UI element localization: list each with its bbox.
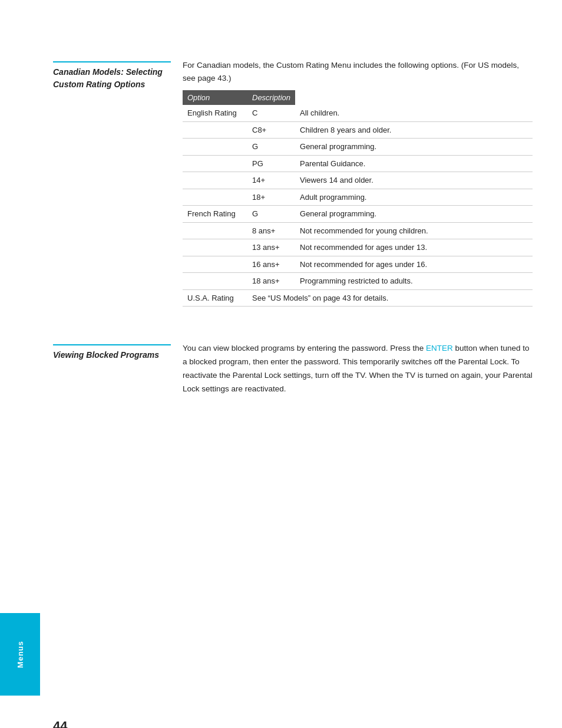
section2-body: You can view blocked programs by enterin… (183, 342, 533, 396)
table-cell-option (183, 222, 247, 239)
section1-right: For Canadian models, the Custom Rating M… (183, 59, 533, 307)
section-canadian-models: Canadian Models: Selecting Custom Rating… (53, 59, 533, 307)
table-row: 14+Viewers 14 and older. (183, 172, 533, 189)
rating-table: Option Description English RatingCAll ch… (183, 90, 533, 307)
section-viewing-blocked: Viewing Blocked Programs You can view bl… (53, 342, 533, 396)
body-text-part1: You can view blocked programs by enterin… (183, 344, 426, 353)
table-cell-option: U.S.A. Rating (183, 289, 247, 307)
side-tab: Menus (0, 613, 40, 696)
table-cell-sub: G (247, 206, 295, 223)
table-row: PGParental Guidance. (183, 155, 533, 172)
table-cell-sub: 14+ (247, 172, 295, 189)
section2-right: You can view blocked programs by enterin… (183, 342, 533, 396)
table-row: 18 ans+Programming restricted to adults. (183, 273, 533, 290)
table-cell-option (183, 155, 247, 172)
table-row: U.S.A. RatingSee “US Models” on page 43 … (183, 289, 533, 307)
table-row: 18+Adult programming. (183, 189, 533, 206)
table-cell-sub: C8+ (247, 121, 295, 139)
table-row: GGeneral programming. (183, 139, 533, 156)
main-content: Canadian Models: Selecting Custom Rating… (53, 59, 533, 396)
table-cell-option (183, 256, 247, 273)
section1-intro: For Canadian models, the Custom Rating M… (183, 59, 533, 84)
table-cell-desc: Programming restricted to adults. (295, 273, 533, 290)
table-cell-option (183, 121, 247, 139)
table-cell-sub: 13 ans+ (247, 239, 295, 256)
table-cell-sub: 16 ans+ (247, 256, 295, 273)
table-cell-desc: Not recommended for young children. (295, 222, 533, 239)
table-cell-sub: PG (247, 155, 295, 172)
table-header-row: Option Description (183, 90, 533, 105)
col-header-option: Option (183, 90, 247, 105)
table-cell-sub: G (247, 139, 295, 156)
table-cell-desc: See “US Models” on page 43 for details. (247, 289, 533, 307)
table-cell-desc: General programming. (295, 206, 533, 223)
table-cell-option (183, 273, 247, 290)
table-row: 13 ans+Not recommended for ages under 13… (183, 239, 533, 256)
table-cell-sub: 18 ans+ (247, 273, 295, 290)
section1-title: Canadian Models: Selecting Custom Rating… (53, 61, 171, 91)
table-cell-sub: 8 ans+ (247, 222, 295, 239)
table-cell-desc: Children 8 years and older. (295, 121, 533, 139)
table-cell-option (183, 189, 247, 206)
table-row: 8 ans+Not recommended for young children… (183, 222, 533, 239)
table-cell-sub: 18+ (247, 189, 295, 206)
col-header-description: Description (247, 90, 295, 105)
table-cell-desc: All children. (295, 105, 533, 121)
enter-keyword: ENTER (426, 344, 453, 353)
table-cell-option (183, 172, 247, 189)
table-cell-sub: C (247, 105, 295, 121)
table-cell-desc: Parental Guidance. (295, 155, 533, 172)
table-cell-desc: Viewers 14 and older. (295, 172, 533, 189)
section1-left: Canadian Models: Selecting Custom Rating… (53, 59, 183, 307)
table-cell-option: French Rating (183, 206, 247, 223)
page-number: 44 (53, 719, 67, 728)
table-row: French RatingGGeneral programming. (183, 206, 533, 223)
table-row: English RatingCAll children. (183, 105, 533, 121)
table-cell-desc: General programming. (295, 139, 533, 156)
section2-left: Viewing Blocked Programs (53, 342, 183, 396)
table-cell-desc: Not recommended for ages under 13. (295, 239, 533, 256)
table-cell-option (183, 139, 247, 156)
table-row: C8+Children 8 years and older. (183, 121, 533, 139)
table-cell-desc: Not recommended for ages under 16. (295, 256, 533, 273)
section2-title: Viewing Blocked Programs (53, 344, 171, 361)
table-cell-desc: Adult programming. (295, 189, 533, 206)
table-row: 16 ans+Not recommended for ages under 16… (183, 256, 533, 273)
table-cell-option: English Rating (183, 105, 247, 121)
side-tab-label: Menus (16, 641, 25, 668)
page-container: Menus 44 KD-34XBR970 2-671-222-21(1) Can… (0, 59, 562, 728)
table-cell-option (183, 239, 247, 256)
